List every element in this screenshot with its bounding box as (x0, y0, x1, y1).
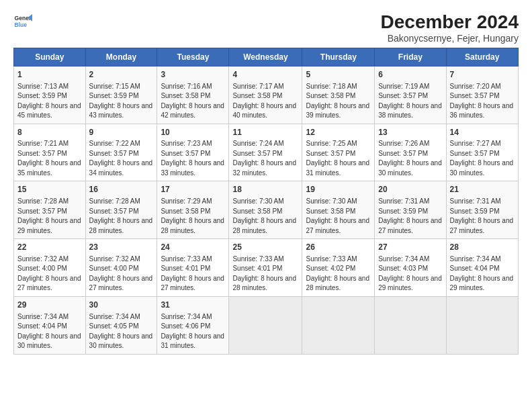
day-info: Sunrise: 7:34 AMSunset: 4:05 PMDaylight:… (89, 313, 153, 350)
day-info: Sunrise: 7:26 AMSunset: 3:57 PMDaylight:… (378, 140, 442, 177)
day-info: Sunrise: 7:32 AMSunset: 4:00 PMDaylight:… (17, 255, 81, 292)
day-info: Sunrise: 7:33 AMSunset: 4:02 PMDaylight:… (306, 255, 369, 292)
day-number: 4 (232, 69, 298, 81)
week-row-3: 22Sunrise: 7:32 AMSunset: 4:00 PMDayligh… (14, 239, 519, 297)
table-row: 6Sunrise: 7:19 AMSunset: 3:57 PMDaylight… (375, 66, 446, 124)
table-row: 25Sunrise: 7:33 AMSunset: 4:01 PMDayligh… (229, 239, 302, 297)
day-info: Sunrise: 7:18 AMSunset: 3:58 PMDaylight:… (306, 83, 369, 120)
day-number: 25 (232, 242, 298, 253)
day-number: 31 (161, 300, 225, 311)
table-row: 29Sunrise: 7:34 AMSunset: 4:04 PMDayligh… (14, 296, 86, 354)
table-row: 5Sunrise: 7:18 AMSunset: 3:58 PMDaylight… (302, 66, 375, 124)
header-monday: Monday (85, 48, 157, 66)
logo-icon: General Blue (13, 12, 32, 31)
day-number: 24 (161, 242, 225, 253)
day-info: Sunrise: 7:32 AMSunset: 4:00 PMDaylight:… (89, 255, 153, 292)
table-row: 7Sunrise: 7:20 AMSunset: 3:57 PMDaylight… (446, 66, 518, 124)
day-info: Sunrise: 7:30 AMSunset: 3:58 PMDaylight:… (232, 197, 296, 234)
day-info: Sunrise: 7:30 AMSunset: 3:58 PMDaylight:… (306, 197, 369, 234)
day-info: Sunrise: 7:31 AMSunset: 3:59 PMDaylight:… (378, 197, 442, 234)
table-row: 22Sunrise: 7:32 AMSunset: 4:00 PMDayligh… (14, 239, 86, 297)
table-row: 24Sunrise: 7:33 AMSunset: 4:01 PMDayligh… (157, 239, 229, 297)
day-number: 15 (17, 184, 82, 195)
table-row: 1Sunrise: 7:13 AMSunset: 3:59 PMDaylight… (14, 66, 86, 124)
day-number: 10 (161, 127, 225, 138)
day-number: 30 (89, 300, 154, 311)
day-number: 8 (17, 127, 82, 138)
table-row: 21Sunrise: 7:31 AMSunset: 3:59 PMDayligh… (446, 181, 518, 239)
day-number: 18 (232, 184, 298, 195)
day-number: 17 (161, 184, 225, 195)
table-row: 23Sunrise: 7:32 AMSunset: 4:00 PMDayligh… (85, 239, 157, 297)
table-row: 28Sunrise: 7:34 AMSunset: 4:04 PMDayligh… (446, 239, 518, 297)
day-info: Sunrise: 7:28 AMSunset: 3:57 PMDaylight:… (89, 197, 153, 234)
day-number: 12 (306, 127, 371, 138)
table-row: 15Sunrise: 7:28 AMSunset: 3:57 PMDayligh… (14, 181, 86, 239)
day-info: Sunrise: 7:23 AMSunset: 3:57 PMDaylight:… (161, 140, 224, 177)
day-number: 13 (378, 127, 442, 138)
day-number: 7 (450, 69, 515, 81)
table-row: 16Sunrise: 7:28 AMSunset: 3:57 PMDayligh… (85, 181, 157, 239)
table-row: 14Sunrise: 7:27 AMSunset: 3:57 PMDayligh… (446, 124, 518, 181)
calendar-table: Sunday Monday Tuesday Wednesday Thursday… (13, 48, 519, 355)
day-number: 1 (17, 69, 82, 81)
table-row: 19Sunrise: 7:30 AMSunset: 3:58 PMDayligh… (302, 181, 375, 239)
table-row: 12Sunrise: 7:25 AMSunset: 3:57 PMDayligh… (302, 124, 375, 181)
table-row: 2Sunrise: 7:15 AMSunset: 3:59 PMDaylight… (85, 66, 157, 124)
table-row: 4Sunrise: 7:17 AMSunset: 3:58 PMDaylight… (229, 66, 302, 124)
weekday-header-row: Sunday Monday Tuesday Wednesday Thursday… (14, 48, 519, 66)
day-info: Sunrise: 7:15 AMSunset: 3:59 PMDaylight:… (89, 83, 153, 120)
day-info: Sunrise: 7:24 AMSunset: 3:57 PMDaylight:… (232, 140, 296, 177)
day-number: 22 (17, 242, 82, 253)
day-number: 20 (378, 184, 442, 195)
table-row: 3Sunrise: 7:16 AMSunset: 3:58 PMDaylight… (157, 66, 229, 124)
day-number: 29 (17, 300, 82, 311)
table-row: 30Sunrise: 7:34 AMSunset: 4:05 PMDayligh… (85, 296, 157, 354)
table-row: 31Sunrise: 7:34 AMSunset: 4:06 PMDayligh… (157, 296, 229, 354)
header-thursday: Thursday (302, 48, 375, 66)
table-row: 10Sunrise: 7:23 AMSunset: 3:57 PMDayligh… (157, 124, 229, 181)
page: General Blue December 2024 Bakonycsernye… (0, 0, 532, 411)
table-row: 17Sunrise: 7:29 AMSunset: 3:58 PMDayligh… (157, 181, 229, 239)
day-info: Sunrise: 7:19 AMSunset: 3:57 PMDaylight:… (378, 83, 442, 120)
day-number: 28 (450, 242, 515, 253)
day-info: Sunrise: 7:13 AMSunset: 3:59 PMDaylight:… (17, 83, 81, 120)
day-info: Sunrise: 7:16 AMSunset: 3:58 PMDaylight:… (161, 83, 224, 120)
day-number: 19 (306, 184, 371, 195)
table-row (446, 296, 518, 354)
calendar-subtitle: Bakonycsernye, Fejer, Hungary (381, 33, 519, 44)
header-tuesday: Tuesday (157, 48, 229, 66)
day-number: 27 (378, 242, 442, 253)
header-sunday: Sunday (14, 48, 86, 66)
table-row: 8Sunrise: 7:21 AMSunset: 3:57 PMDaylight… (14, 124, 86, 181)
day-info: Sunrise: 7:34 AMSunset: 4:04 PMDaylight:… (17, 313, 81, 350)
table-row (302, 296, 375, 354)
day-info: Sunrise: 7:34 AMSunset: 4:06 PMDaylight:… (161, 313, 224, 350)
header-wednesday: Wednesday (229, 48, 302, 66)
day-info: Sunrise: 7:22 AMSunset: 3:57 PMDaylight:… (89, 140, 153, 177)
day-number: 9 (89, 127, 154, 138)
table-row: 9Sunrise: 7:22 AMSunset: 3:57 PMDaylight… (85, 124, 157, 181)
table-row (375, 296, 446, 354)
day-info: Sunrise: 7:25 AMSunset: 3:57 PMDaylight:… (306, 140, 369, 177)
day-info: Sunrise: 7:20 AMSunset: 3:57 PMDaylight:… (450, 83, 514, 120)
table-row: 27Sunrise: 7:34 AMSunset: 4:03 PMDayligh… (375, 239, 446, 297)
day-info: Sunrise: 7:28 AMSunset: 3:57 PMDaylight:… (17, 197, 81, 234)
table-row: 13Sunrise: 7:26 AMSunset: 3:57 PMDayligh… (375, 124, 446, 181)
week-row-1: 8Sunrise: 7:21 AMSunset: 3:57 PMDaylight… (14, 124, 519, 181)
week-row-0: 1Sunrise: 7:13 AMSunset: 3:59 PMDaylight… (14, 66, 519, 124)
day-info: Sunrise: 7:33 AMSunset: 4:01 PMDaylight:… (161, 255, 224, 292)
day-info: Sunrise: 7:33 AMSunset: 4:01 PMDaylight:… (232, 255, 296, 292)
day-info: Sunrise: 7:34 AMSunset: 4:04 PMDaylight:… (450, 255, 514, 292)
day-number: 16 (89, 184, 154, 195)
week-row-4: 29Sunrise: 7:34 AMSunset: 4:04 PMDayligh… (14, 296, 519, 354)
week-row-2: 15Sunrise: 7:28 AMSunset: 3:57 PMDayligh… (14, 181, 519, 239)
day-number: 5 (306, 69, 371, 81)
day-number: 2 (89, 69, 154, 81)
day-info: Sunrise: 7:17 AMSunset: 3:58 PMDaylight:… (232, 83, 296, 120)
table-row: 26Sunrise: 7:33 AMSunset: 4:02 PMDayligh… (302, 239, 375, 297)
day-number: 21 (450, 184, 515, 195)
day-number: 14 (450, 127, 515, 138)
table-row (229, 296, 302, 354)
day-number: 3 (161, 69, 225, 81)
